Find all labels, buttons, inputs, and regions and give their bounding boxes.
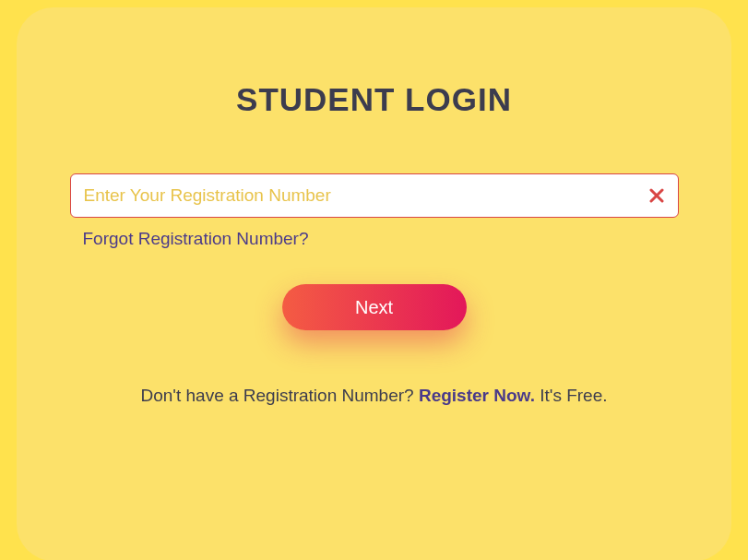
login-card: STUDENT LOGIN Forgot Registration Number… xyxy=(17,7,731,560)
footer-suffix: It's Free. xyxy=(535,386,608,405)
forgot-link[interactable]: Forgot Registration Number? xyxy=(70,229,679,249)
footer-prefix: Don't have a Registration Number? xyxy=(140,386,418,405)
clear-icon[interactable] xyxy=(647,186,666,205)
page-title: STUDENT LOGIN xyxy=(17,81,731,118)
input-wrapper xyxy=(70,173,679,218)
next-button[interactable]: Next xyxy=(282,284,467,330)
register-link[interactable]: Register Now. xyxy=(419,386,535,405)
footer-text: Don't have a Registration Number? Regist… xyxy=(17,386,731,406)
registration-input[interactable] xyxy=(70,173,679,218)
